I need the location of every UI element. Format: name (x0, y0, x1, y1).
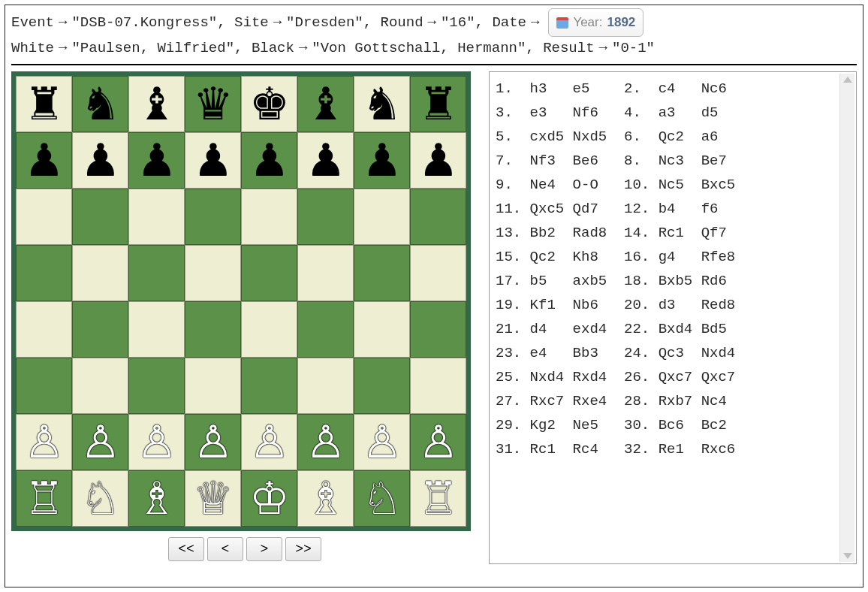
square[interactable]: ♞ (354, 76, 410, 132)
moves-list[interactable]: 1. h3 e5 2. c4 Nc6 3. e3 Nf6 4. a3 d5 5.… (496, 77, 835, 559)
square[interactable]: ♙ (354, 414, 410, 470)
square[interactable] (354, 358, 410, 414)
black-pawn-icon: ♟ (362, 138, 402, 183)
square[interactable] (410, 301, 466, 358)
square[interactable] (410, 189, 466, 245)
square[interactable] (297, 358, 354, 414)
event-label: Event (11, 11, 54, 34)
square[interactable]: ♟ (410, 132, 466, 189)
square[interactable]: ♞ (72, 76, 128, 132)
square[interactable]: ♕ (185, 470, 241, 527)
event-value: "DSB-07.Kongress" (71, 11, 217, 34)
square[interactable] (241, 301, 297, 358)
square[interactable] (410, 358, 466, 414)
date-label: Date (492, 11, 526, 34)
square[interactable]: ♙ (128, 414, 185, 470)
square[interactable]: ♟ (16, 132, 72, 189)
square[interactable]: ♟ (241, 132, 297, 189)
square[interactable] (16, 245, 72, 301)
square[interactable] (185, 245, 241, 301)
nav-controls: << < > >> (11, 537, 478, 561)
square[interactable]: ♖ (16, 470, 72, 527)
square[interactable]: ♙ (410, 414, 466, 470)
square[interactable] (16, 301, 72, 358)
square[interactable]: ♟ (354, 132, 410, 189)
square[interactable] (185, 189, 241, 245)
square[interactable]: ♗ (297, 470, 354, 527)
white-rook-icon: ♖ (418, 476, 459, 521)
square[interactable]: ♟ (297, 132, 354, 189)
square[interactable]: ♔ (241, 470, 297, 527)
square[interactable]: ♙ (297, 414, 354, 470)
square[interactable] (128, 245, 185, 301)
square[interactable]: ♘ (72, 470, 128, 527)
white-pawn-icon: ♙ (24, 420, 65, 465)
square[interactable] (241, 358, 297, 414)
square[interactable]: ♝ (128, 76, 185, 132)
square[interactable] (72, 189, 128, 245)
square[interactable]: ♘ (354, 470, 410, 527)
square[interactable] (241, 189, 297, 245)
last-button[interactable]: >> (285, 537, 321, 561)
square[interactable] (128, 189, 185, 245)
scrollbar[interactable] (839, 74, 854, 562)
result-value: "0-1" (612, 37, 655, 59)
white-rook-icon: ♖ (24, 476, 65, 521)
square[interactable]: ♗ (128, 470, 185, 527)
square[interactable] (16, 358, 72, 414)
black-pawn-icon: ♟ (418, 138, 459, 183)
black-pawn-icon: ♟ (137, 138, 177, 183)
white-pawn-icon: ♙ (249, 420, 290, 465)
first-button[interactable]: << (168, 537, 204, 561)
site-label: Site (234, 11, 269, 34)
white-knight-icon: ♘ (80, 476, 121, 521)
arrow-icon: → (531, 11, 539, 34)
square[interactable]: ♟ (72, 132, 128, 189)
square[interactable]: ♜ (410, 76, 466, 132)
square[interactable]: ♟ (185, 132, 241, 189)
black-rook-icon: ♜ (24, 82, 65, 127)
square[interactable] (354, 189, 410, 245)
scroll-down-icon[interactable] (843, 553, 852, 559)
square[interactable] (72, 358, 128, 414)
square[interactable]: ♙ (241, 414, 297, 470)
square[interactable]: ♙ (16, 414, 72, 470)
square[interactable] (16, 189, 72, 245)
arrow-icon: → (59, 11, 67, 34)
square[interactable]: ♙ (72, 414, 128, 470)
square[interactable] (128, 358, 185, 414)
square[interactable]: ♖ (410, 470, 466, 527)
square[interactable]: ♝ (297, 76, 354, 132)
chess-board[interactable]: ♜♞♝♛♚♝♞♜♟♟♟♟♟♟♟♟♙♙♙♙♙♙♙♙♖♘♗♕♔♗♘♖ (11, 71, 471, 531)
square[interactable] (241, 245, 297, 301)
square[interactable] (185, 301, 241, 358)
square[interactable]: ♟ (128, 132, 185, 189)
next-button[interactable]: > (246, 537, 282, 561)
square[interactable] (297, 189, 354, 245)
square[interactable]: ♙ (185, 414, 241, 470)
black-pawn-icon: ♟ (193, 138, 234, 183)
white-pawn-icon: ♙ (362, 420, 402, 465)
square[interactable] (297, 245, 354, 301)
square[interactable]: ♛ (185, 76, 241, 132)
square[interactable] (410, 245, 466, 301)
round-value: "16" (441, 11, 475, 34)
square[interactable] (72, 301, 128, 358)
square[interactable] (354, 301, 410, 358)
square[interactable]: ♜ (16, 76, 72, 132)
square[interactable] (297, 301, 354, 358)
sep: , (475, 11, 493, 34)
square[interactable] (354, 245, 410, 301)
square[interactable] (72, 245, 128, 301)
prev-button[interactable]: < (207, 537, 243, 561)
square[interactable] (185, 358, 241, 414)
year-button[interactable]: Year: 1892 (548, 8, 643, 37)
game-viewer: Event → "DSB-07.Kongress" , Site → "Dres… (5, 5, 863, 587)
site-value: "Dresden" (286, 11, 363, 34)
sep: , (234, 37, 252, 59)
white-king-icon: ♔ (249, 476, 290, 521)
scroll-up-icon[interactable] (843, 77, 852, 83)
white-knight-icon: ♘ (362, 476, 402, 521)
square[interactable]: ♚ (241, 76, 297, 132)
square[interactable] (128, 301, 185, 358)
